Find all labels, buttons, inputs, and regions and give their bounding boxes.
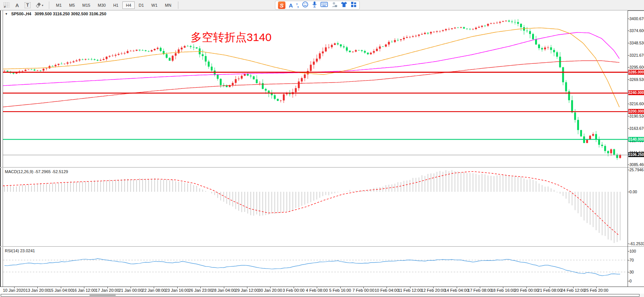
ime-voice-icon[interactable] — [312, 1, 317, 9]
axis-tick — [628, 192, 629, 192]
price-level-badge: 3240.000 — [628, 90, 644, 95]
axis-tick — [628, 165, 629, 165]
price-axis-label: 3348.530 — [629, 41, 644, 45]
ime-toolbox-icon[interactable] — [351, 1, 357, 9]
pane-divider[interactable] — [0, 167, 644, 168]
ime-logo-letter: S — [280, 2, 284, 9]
ime-punctuation-toggle[interactable]: ’, — [296, 2, 298, 8]
price-level-badge: 3285.000 — [628, 70, 644, 75]
main-chart-pane[interactable]: ▼ SP500-,H4 3099.500 3116.250 3092.500 3… — [3, 10, 628, 167]
price-level-badge: 3140.000 — [628, 137, 644, 142]
timeframe-button-H1[interactable]: H1 — [110, 1, 122, 9]
timeframe-button-H4[interactable]: H4 — [122, 1, 134, 9]
ime-logo-icon[interactable]: S — [278, 1, 285, 9]
ime-language-toggle[interactable]: A — [289, 2, 293, 9]
macd-axis-label: -61.2533 — [629, 241, 644, 246]
price-axis-label: 3269.530 — [629, 77, 644, 82]
axis-tick — [628, 281, 629, 281]
axis-tick — [628, 104, 629, 104]
ime-account-icon[interactable] — [331, 1, 337, 9]
ime-toolbar: S A ’, — [275, 1, 360, 10]
chart-collapse-icon[interactable]: ▼ — [5, 12, 8, 16]
chart-annotation-text: 多空转折点3140 — [191, 30, 272, 45]
text-glyph: T — [25, 2, 30, 8]
timeframe-button-M15[interactable]: M15 — [79, 1, 94, 9]
axis-tick — [628, 244, 629, 244]
font-glyph: A — [15, 3, 19, 8]
toolbar-left-group: F A T ▾ M1M5M15M30H1H4D1W1MN — [2, 0, 180, 10]
macd-canvas[interactable] — [3, 168, 628, 246]
axis-tick — [628, 19, 629, 19]
arrange-objects-icon[interactable]: ▾ — [34, 1, 46, 9]
chart-ohlc-values: 3099.500 3116.250 3092.500 3106.250 — [35, 12, 106, 16]
axis-tick — [628, 170, 629, 170]
axis-tick — [628, 272, 629, 272]
axis-tick — [628, 55, 629, 56]
rsi-axis-label: 100 — [629, 249, 636, 253]
ime-skin-icon[interactable] — [341, 1, 347, 9]
macd-label: MACD(12,26,9) -57.2965 -52.5129 — [5, 169, 68, 174]
axis-tick — [628, 128, 629, 129]
time-axis-label: 25 Feb 20:00 — [579, 288, 613, 293]
price-axis-label: 3374.600 — [629, 28, 644, 33]
ime-punct-glyph: ’, — [296, 2, 298, 8]
main-chart-canvas[interactable] — [3, 10, 628, 167]
dropdown-caret-icon: ▾ — [42, 4, 43, 7]
price-axis: 3400.6703374.6003348.5303321.6703295.600… — [628, 0, 644, 297]
price-level-badge: 3200.000 — [628, 109, 644, 114]
rsi-axis-label: 30 — [629, 270, 634, 274]
timeframe-button-D1[interactable]: D1 — [135, 1, 147, 9]
grid-glyph: F — [3, 2, 10, 8]
axis-tick — [628, 116, 629, 116]
chart-grid-icon[interactable]: F — [2, 1, 11, 9]
price-axis-label: 3163.670 — [629, 126, 644, 131]
axis-tick — [628, 67, 629, 68]
axis-tick — [628, 260, 629, 260]
pane-divider[interactable] — [0, 246, 644, 247]
chart-scrollbar — [0, 294, 644, 297]
scrollbar-thumb[interactable] — [90, 294, 116, 297]
axis-tick — [628, 251, 629, 251]
toolbar-separator — [178, 1, 178, 9]
price-axis-label: 3295.600 — [629, 65, 644, 69]
axis-tick — [628, 31, 629, 31]
price-axis-label: 3400.670 — [629, 16, 644, 21]
rsi-pane[interactable]: RSI(14) 23.0241 — [3, 247, 628, 287]
rsi-axis-label: 70 — [629, 258, 634, 262]
rsi-label: RSI(14) 23.0241 — [5, 248, 35, 253]
toolbar-separator — [49, 1, 49, 9]
timeframe-button-M1[interactable]: M1 — [53, 1, 65, 9]
macd-pane[interactable]: MACD(12,26,9) -57.2965 -52.5129 — [3, 168, 628, 246]
macd-axis-label: 0.00 — [629, 190, 637, 194]
price-axis-label: 3085.460 — [629, 162, 644, 167]
axis-tick — [628, 79, 629, 80]
price-axis-label: 3321.670 — [629, 53, 644, 57]
price-axis-label: 3190.530 — [629, 114, 644, 118]
rsi-axis-label: 0 — [629, 279, 632, 283]
price-axis-label: 3216.600 — [629, 101, 644, 106]
time-axis: 10 Jan 202013 Jan 20:0015 Jan 04:0016 Ja… — [0, 287, 644, 293]
timeframe-button-MN[interactable]: MN — [162, 1, 175, 9]
timeframe-button-W1[interactable]: W1 — [148, 1, 161, 9]
chart-symbol-label: SP500-,H4 — [11, 12, 31, 16]
chart-title: ▼ SP500-,H4 3099.500 3116.250 3092.500 3… — [5, 12, 106, 16]
text-label-tool-icon[interactable]: T — [23, 1, 32, 9]
macd-axis-label: 25.7946 — [629, 168, 644, 172]
timeframe-button-M30[interactable]: M30 — [94, 1, 109, 9]
ime-lang-letter: A — [289, 2, 293, 9]
ime-emoji-icon[interactable] — [302, 1, 309, 9]
axis-tick — [628, 43, 629, 43]
ime-keyboard-icon[interactable] — [321, 2, 328, 9]
top-toolbar: F A T ▾ M1M5M15M30H1H4D1W1MN S A ’, — [0, 0, 644, 10]
diamonds-glyph — [36, 3, 42, 8]
font-tool-icon[interactable]: A — [13, 1, 22, 9]
timeframe-button-M5[interactable]: M5 — [66, 1, 78, 9]
timeframe-group: M1M5M15M30H1H4D1W1MN — [53, 1, 175, 9]
rsi-canvas[interactable] — [3, 247, 628, 287]
current-price-badge: 3106.250 — [628, 152, 644, 157]
svg-text:F: F — [4, 5, 6, 8]
chart-window-left-frame — [0, 10, 3, 293]
